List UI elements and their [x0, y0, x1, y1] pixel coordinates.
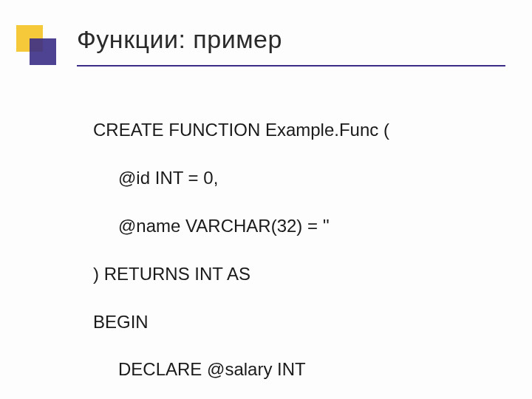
code-block: CREATE FUNCTION Example.Func ( @id INT =… — [93, 95, 389, 399]
slide-decor — [16, 25, 58, 64]
code-line: @name VARCHAR(32) = '' — [93, 214, 389, 238]
code-line: DECLARE @salary INT — [93, 358, 389, 381]
code-line: ) RETURNS INT AS — [93, 262, 389, 286]
code-line: CREATE FUNCTION Example.Func ( — [93, 118, 389, 142]
code-line: BEGIN — [93, 310, 389, 334]
slide-title: Функции: пример — [77, 25, 282, 54]
title-underline — [77, 65, 505, 66]
code-line: @id INT = 0, — [93, 166, 389, 190]
decor-square-purple — [30, 38, 56, 65]
